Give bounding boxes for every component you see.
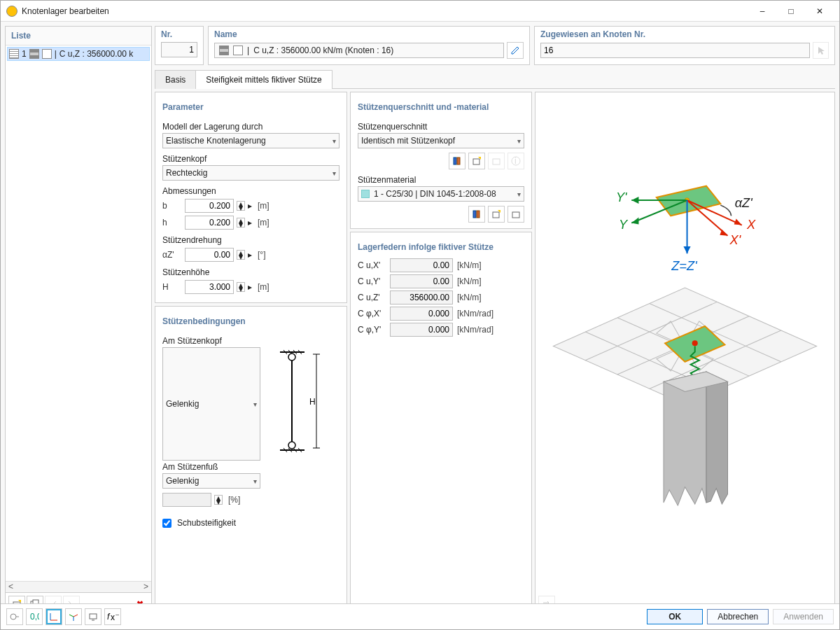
h-input[interactable]: [185, 216, 234, 230]
color-swatch-icon: [9, 49, 19, 59]
svg-line-70: [69, 615, 74, 617]
cancel-button[interactable]: Abbrechen: [707, 609, 769, 624]
spring-CuX-input: [390, 258, 453, 272]
function-button[interactable]: fx→: [104, 608, 121, 625]
list-header: Liste: [6, 27, 151, 46]
bot-cond-select[interactable]: Gelenkig ▾: [162, 473, 260, 489]
new-mat-button[interactable]: [488, 206, 505, 223]
section-header: Stützenquerschnitt und -material: [358, 98, 524, 116]
folder-icon: [511, 209, 521, 219]
spring-row: C φ,X'[kNm/rad]: [358, 307, 524, 321]
close-button[interactable]: ✕: [806, 1, 834, 22]
units-button[interactable]: 0,00: [26, 608, 43, 625]
copy-item-button[interactable]: [27, 596, 43, 603]
new-item-button[interactable]: [8, 596, 25, 603]
app-icon: [6, 6, 18, 17]
svg-marker-62: [706, 372, 728, 504]
column-diagram: H: [266, 342, 329, 461]
assigned-label: Zugewiesen an Knoten Nr.: [540, 29, 829, 39]
shear-checkbox[interactable]: [162, 519, 172, 528]
spring-CphiY-input: [390, 323, 453, 337]
tab-basis[interactable]: Basis: [155, 70, 196, 89]
svg-text:X': X': [729, 232, 742, 247]
mat-label: Stützenmaterial: [358, 175, 524, 185]
3d-viewport[interactable]: X X' Y Y': [536, 92, 834, 593]
chevron-down-icon: ▾: [253, 477, 257, 485]
h-symbol: h: [162, 218, 179, 227]
pct-spinner: ▴▾: [214, 495, 223, 505]
svg-rect-26: [473, 211, 476, 218]
H-input[interactable]: [185, 280, 234, 294]
viewport-svg: X X' Y Y': [536, 92, 834, 593]
link2-icon: [66, 599, 76, 603]
axes-button[interactable]: [46, 608, 62, 625]
edit-cs-button: [488, 153, 505, 169]
list-item-desc: C u,Z : 356000.00 k: [59, 49, 133, 59]
new-cs-button[interactable]: [468, 153, 485, 169]
svg-text:X: X: [746, 217, 756, 232]
info-cs-button: i: [507, 153, 524, 169]
svg-rect-21: [457, 158, 460, 164]
spring-row: C u,Z'[kN/m]: [358, 290, 524, 304]
svg-text:Y': Y': [616, 190, 628, 204]
horizontal-scrollbar[interactable]: <>: [6, 581, 151, 592]
render-button[interactable]: [85, 608, 102, 625]
help-button[interactable]: [6, 608, 23, 625]
alpha-input[interactable]: [185, 248, 234, 262]
svg-point-8: [288, 354, 295, 360]
svg-marker-39: [631, 217, 638, 224]
svg-rect-29: [512, 212, 519, 218]
h-spinner[interactable]: ▴▾: [237, 218, 245, 227]
list-item[interactable]: 1 | C u,Z : 356000.00 k: [7, 47, 150, 61]
delete-item-button[interactable]: ✖: [132, 596, 148, 603]
cursor-icon: [816, 46, 826, 55]
name-label: Name: [214, 29, 524, 39]
chevron-down-icon: ▾: [253, 400, 257, 408]
nr-input[interactable]: [161, 42, 197, 57]
library-button[interactable]: [449, 153, 465, 169]
local-axes-icon: [69, 612, 78, 622]
assigned-input[interactable]: [540, 43, 810, 58]
cs-select[interactable]: Identisch mit Stützenkopf ▾: [358, 133, 524, 148]
mat-select[interactable]: 1 - C25/30 | DIN 1045-1:2008-08 ▾: [358, 186, 524, 202]
springs-header: Lagerfedern infolge fiktiver Stütze: [358, 238, 524, 256]
open-mat-button[interactable]: [507, 206, 524, 223]
b-input[interactable]: [185, 199, 234, 213]
height-label: Stützenhöhe: [162, 267, 340, 277]
spring-row: C u,X'[kN/m]: [358, 258, 524, 272]
H-spinner[interactable]: ▴▾: [237, 282, 245, 292]
edit-name-button[interactable]: [507, 42, 524, 59]
alpha-spinner[interactable]: ▴▾: [237, 250, 245, 260]
dimensions-label: Abmessungen: [162, 186, 340, 196]
svg-text:→: →: [114, 612, 119, 620]
head-select[interactable]: Rechteckig ▾: [162, 165, 340, 181]
b-unit: [m]: [258, 201, 270, 211]
minimize-button[interactable]: –: [748, 1, 776, 22]
alpha-unit: [°]: [258, 250, 265, 260]
spring-CuZ-input: [390, 290, 453, 304]
title-bar: Knotenlager bearbeiten – □ ✕: [1, 1, 839, 22]
ok-button[interactable]: OK: [647, 609, 703, 624]
mat-library-button[interactable]: [468, 206, 485, 223]
conditions-header: Stützenbedingungen: [162, 312, 340, 330]
apply-button: Anwenden: [773, 609, 834, 624]
tab-stiffness[interactable]: Steifigkeit mittels fiktiver Stütze: [195, 70, 332, 89]
b-symbol: b: [162, 201, 179, 211]
svg-point-60: [692, 340, 698, 346]
local-axes-button[interactable]: [65, 608, 82, 625]
svg-line-69: [74, 615, 78, 617]
svg-rect-20: [454, 158, 456, 164]
model-select[interactable]: Elastische Knotenlagerung ▾: [162, 133, 340, 148]
folder-icon: [491, 156, 501, 166]
name-field[interactable]: | C u,Z : 356000.00 kN/m (Knoten : 16): [214, 43, 504, 58]
chevron-down-icon: ▾: [332, 169, 336, 177]
svg-point-64: [10, 614, 16, 620]
b-spinner[interactable]: ▴▾: [237, 201, 245, 211]
parameter-header: Parameter: [162, 98, 340, 116]
top-cond-select[interactable]: Gelenkig ▾: [162, 347, 260, 461]
icon-button-3: [45, 596, 62, 603]
cs-label: Stützenquerschnitt: [358, 122, 524, 132]
rotation-label: Stützendrehung: [162, 235, 340, 245]
maximize-button[interactable]: □: [777, 1, 805, 22]
pct-input: [162, 493, 211, 507]
